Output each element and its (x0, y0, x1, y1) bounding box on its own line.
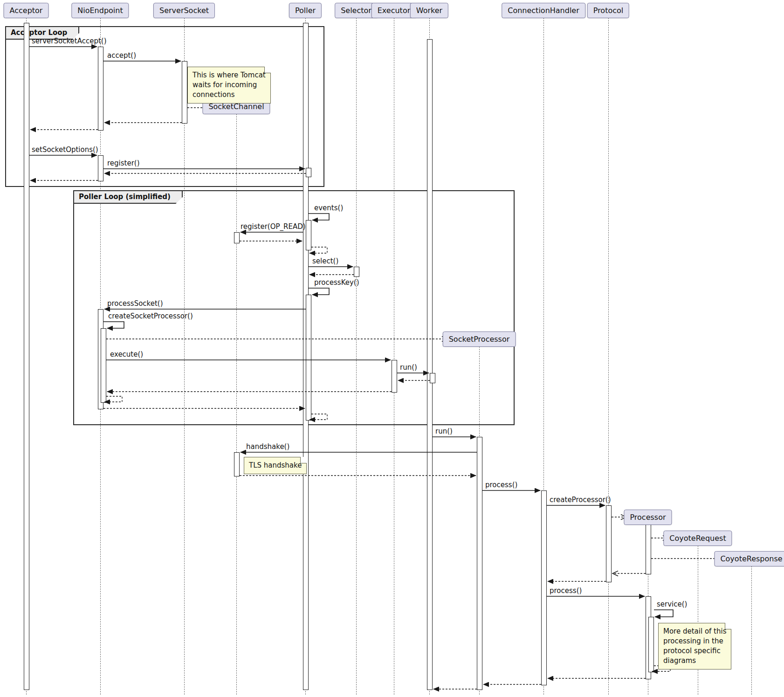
message-arrows (0, 0, 784, 697)
label-events: events() (314, 204, 343, 212)
arrow-service-self (654, 610, 673, 617)
participant-executor: Executor (371, 3, 417, 18)
label-accept: accept() (107, 52, 136, 60)
label-register: register() (107, 159, 140, 167)
note-more-detail: More detail of this processing in the pr… (658, 623, 731, 669)
label-run-worker: run() (435, 428, 453, 435)
arrow-events-self (309, 214, 329, 220)
label-process-sp-ch: process() (485, 481, 517, 489)
participant-socketprocessor: SocketProcessor (443, 331, 516, 347)
return-nioendpoint-self (104, 396, 122, 402)
participant-nioendpoint: NioEndpoint (71, 3, 129, 18)
note-line: waits for incoming (193, 80, 266, 90)
label-register-opread: register(OP_READ) (241, 223, 306, 231)
sequence-diagram: Acceptor Loop Poller Loop (simplified) (0, 0, 784, 697)
note-line: diagrams (663, 656, 726, 666)
label-run-executor: run() (400, 364, 417, 372)
note-line: protocol specific (663, 646, 726, 656)
participant-serversocket: ServerSocket (153, 3, 215, 18)
participant-coyoterequest: CoyoteRequest (663, 531, 732, 546)
label-createprocessor: createProcessor() (550, 496, 611, 504)
label-setsocketoptions: setSocketOptions() (32, 146, 98, 154)
arrow-createsocketprocessor-self (103, 322, 124, 328)
return-poller-self-events (309, 247, 327, 253)
return-poller-self-processkey (309, 414, 327, 420)
participant-coyoteresponse: CoyoteResponse (714, 551, 784, 566)
participant-acceptor: Acceptor (4, 3, 49, 18)
note-line: This is where Tomcat (193, 70, 266, 80)
note-line: processing in the (663, 636, 726, 646)
label-execute: execute() (110, 351, 143, 359)
note-line: More detail of this (663, 627, 726, 636)
note-line: TLS handshake (249, 461, 302, 470)
note-tls-handshake: TLS handshake (244, 457, 307, 474)
label-select: select() (312, 257, 338, 265)
participant-poller: Poller (289, 3, 322, 18)
note-line: connections (193, 90, 266, 100)
label-serversocketaccept: serverSocketAccept() (32, 37, 107, 45)
label-process-ch-proc: process() (550, 587, 582, 595)
label-processsocket: processSocket() (107, 300, 163, 308)
label-createsocketprocessor: createSocketProcessor() (108, 312, 193, 320)
label-service: service() (657, 600, 687, 608)
arrow-processkey-self (309, 288, 329, 295)
note-tomcat-waits: This is where Tomcat waits for incoming … (187, 67, 271, 104)
label-handshake: handshake() (246, 443, 289, 451)
participant-processor: Processor (624, 510, 672, 525)
label-processkey: processKey() (314, 279, 359, 287)
participant-protocol: Protocol (587, 3, 629, 18)
participant-connectionhandler: ConnectionHandler (502, 3, 585, 18)
participant-worker: Worker (410, 3, 448, 18)
